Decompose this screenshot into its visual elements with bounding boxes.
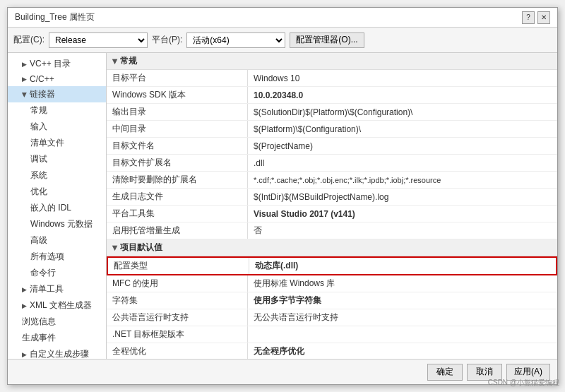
- title-controls: ? ✕: [522, 11, 550, 24]
- sidebar-label-linker: 链接器: [30, 88, 55, 100]
- sidebar-item-advanced[interactable]: 高级: [8, 232, 106, 249]
- title-bar: Building_Tree 属性页 ? ✕: [8, 8, 557, 28]
- prop-value: Visual Studio 2017 (v141): [248, 206, 557, 222]
- sidebar-label-xml-gen: XML 文档生成器: [30, 299, 92, 311]
- prop-target-name[interactable]: 目标文件名 $(ProjectName): [107, 138, 557, 155]
- sidebar-item-input[interactable]: 输入: [8, 119, 106, 135]
- prop-name: 目标平台: [107, 70, 248, 86]
- prop-name: 全程优化: [107, 343, 248, 359]
- sidebar-item-vcpp[interactable]: ▶ VC++ 目录: [8, 56, 106, 72]
- prop-platform-toolset[interactable]: 平台工具集 Visual Studio 2017 (v141): [107, 206, 557, 222]
- sidebar-label-browse: 浏览信息: [22, 316, 56, 328]
- prop-value: $(Platform)\$(Configuration)\: [248, 121, 557, 137]
- prop-value: 动态库(.dll): [249, 258, 556, 274]
- prop-incremental[interactable]: 启用托管增量生成 否: [107, 222, 557, 239]
- platform-select[interactable]: 活动(x64): [186, 32, 285, 48]
- prop-name: Windows SDK 版本: [107, 87, 248, 103]
- prop-name: 目标文件名: [107, 138, 248, 154]
- sidebar-label-optimize: 优化: [30, 186, 47, 198]
- sidebar-item-linker[interactable]: ▶ 链接器: [8, 86, 106, 102]
- prop-value: *.cdf;*.cache;*.obj;*.obj.enc;*.ilk;*.ip…: [248, 172, 557, 188]
- sidebar-item-alloptions[interactable]: 所有选项: [8, 249, 106, 265]
- section-arrow-defaults: ▶: [112, 245, 119, 250]
- prop-sdk-version[interactable]: Windows SDK 版本 10.0.20348.0: [107, 87, 557, 104]
- arrow-icon: ▶: [22, 286, 27, 293]
- platform-label: 平台(P):: [152, 34, 182, 46]
- sidebar-item-debug[interactable]: 调试: [8, 151, 106, 167]
- sidebar-item-xml-gen[interactable]: ▶ XML 文档生成器: [8, 297, 106, 314]
- sidebar-item-manifest-tool[interactable]: ▶ 清单工具: [8, 281, 106, 297]
- sidebar-item-browse[interactable]: 浏览信息: [8, 314, 106, 330]
- prop-mfc-use[interactable]: MFC 的使用 使用标准 Windows 库: [107, 275, 557, 292]
- prop-build-log[interactable]: 生成日志文件 $(IntDir)$(MSBuildProjectName).lo…: [107, 189, 557, 206]
- prop-output-dir[interactable]: 输出目录 $(SolutionDir)$(Platform)\$(Configu…: [107, 104, 557, 121]
- prop-name: 清除时要删除的扩展名: [107, 172, 248, 188]
- prop-name: 字符集: [107, 292, 248, 309]
- prop-clr[interactable]: 公共语言运行时支持 无公共语言运行时支持: [107, 309, 557, 326]
- sidebar-label-vcpp: VC++ 目录: [30, 58, 71, 70]
- sidebar-label-alloptions: 所有选项: [30, 251, 64, 263]
- sidebar-item-winmeta[interactable]: Windows 元数据: [8, 216, 106, 232]
- section-arrow-general: ▶: [112, 59, 119, 64]
- sidebar: ▶ VC++ 目录 ▶ C/C++ ▶ 链接器 常规 输入 清单文件 调试: [8, 53, 107, 359]
- arrow-icon: ▶: [22, 302, 27, 309]
- sidebar-item-idl[interactable]: 嵌入的 IDL: [8, 200, 106, 216]
- dialog-title: Building_Tree 属性页: [15, 11, 95, 23]
- prop-name: 输出目录: [107, 104, 248, 120]
- arrow-icon: ▶: [22, 76, 27, 83]
- config-label: 配置(C):: [13, 34, 44, 46]
- toolbar: 配置(C): Release 平台(P): 活动(x64) 配置管理器(O)..…: [8, 28, 557, 53]
- prop-name: 平台工具集: [107, 206, 248, 222]
- prop-clean-ext[interactable]: 清除时要删除的扩展名 *.cdf;*.cache;*.obj;*.obj.enc…: [107, 172, 557, 189]
- sidebar-item-system[interactable]: 系统: [8, 167, 106, 184]
- watermark: CSDN @小熊猫爱编程: [488, 378, 559, 388]
- main-dialog: Building_Tree 属性页 ? ✕ 配置(C): Release 平台(…: [7, 7, 558, 385]
- prop-intermediate-dir[interactable]: 中间目录 $(Platform)\$(Configuration)\: [107, 121, 557, 138]
- sidebar-label-advanced: 高级: [30, 234, 47, 247]
- prop-value: 使用标准 Windows 库: [248, 275, 557, 292]
- sidebar-label-debug: 调试: [30, 153, 47, 165]
- prop-name: 目标文件扩展名: [107, 155, 248, 171]
- prop-name: 启用托管增量生成: [107, 222, 248, 239]
- sidebar-item-manifest[interactable]: 清单文件: [8, 135, 106, 151]
- sidebar-item-custom-build[interactable]: ▶ 自定义生成步骤: [8, 346, 106, 359]
- prop-value: 无公共语言运行时支持: [248, 309, 557, 326]
- prop-dotnet-target[interactable]: .NET 目标框架版本: [107, 326, 557, 343]
- sidebar-label-winmeta: Windows 元数据: [30, 218, 93, 230]
- sidebar-label-manifest: 清单文件: [30, 137, 64, 149]
- section-title-defaults: 项目默认值: [120, 242, 162, 254]
- section-title-general: 常规: [120, 55, 137, 67]
- close-button[interactable]: ✕: [537, 11, 550, 24]
- section-project-defaults: ▶ 项目默认值: [107, 239, 557, 256]
- prop-name: 公共语言运行时支持: [107, 309, 248, 326]
- sidebar-item-cmdline[interactable]: 命令行: [8, 265, 106, 281]
- prop-value: 10.0.20348.0: [248, 87, 557, 103]
- sidebar-label-idl: 嵌入的 IDL: [30, 202, 71, 214]
- prop-value: 无全程序优化: [248, 343, 557, 359]
- prop-value: [248, 326, 557, 343]
- prop-charset[interactable]: 字符集 使用多字节字符集: [107, 292, 557, 309]
- sidebar-label-input: 输入: [30, 121, 47, 133]
- footer: 确定 取消 应用(A): [8, 359, 557, 384]
- help-button[interactable]: ?: [522, 11, 535, 24]
- sidebar-label-cmdline: 命令行: [30, 267, 56, 279]
- arrow-icon: ▶: [22, 351, 27, 358]
- prop-value: $(IntDir)$(MSBuildProjectName).log: [248, 189, 557, 205]
- prop-value: 使用多字节字符集: [248, 292, 557, 309]
- prop-whole-prog[interactable]: 全程优化 无全程序优化: [107, 343, 557, 359]
- sidebar-item-cpp[interactable]: ▶ C/C++: [8, 72, 106, 86]
- prop-target-platform[interactable]: 目标平台 Windows 10: [107, 70, 557, 87]
- prop-target-ext[interactable]: 目标文件扩展名 .dll: [107, 155, 557, 172]
- prop-name: 中间目录: [107, 121, 248, 137]
- arrow-icon: ▶: [21, 92, 28, 97]
- prop-config-type[interactable]: 配置类型 动态库(.dll): [107, 256, 557, 275]
- sidebar-label-build-events: 生成事件: [22, 332, 56, 344]
- prop-value: $(ProjectName): [248, 138, 557, 154]
- sidebar-item-general[interactable]: 常规: [8, 102, 106, 119]
- ok-button[interactable]: 确定: [427, 364, 463, 381]
- sidebar-label-general: 常规: [30, 105, 47, 117]
- sidebar-item-optimize[interactable]: 优化: [8, 184, 106, 200]
- sidebar-item-build-events[interactable]: 生成事件: [8, 330, 106, 346]
- manage-config-button[interactable]: 配置管理器(O)...: [290, 32, 364, 48]
- config-select[interactable]: Release: [49, 32, 148, 48]
